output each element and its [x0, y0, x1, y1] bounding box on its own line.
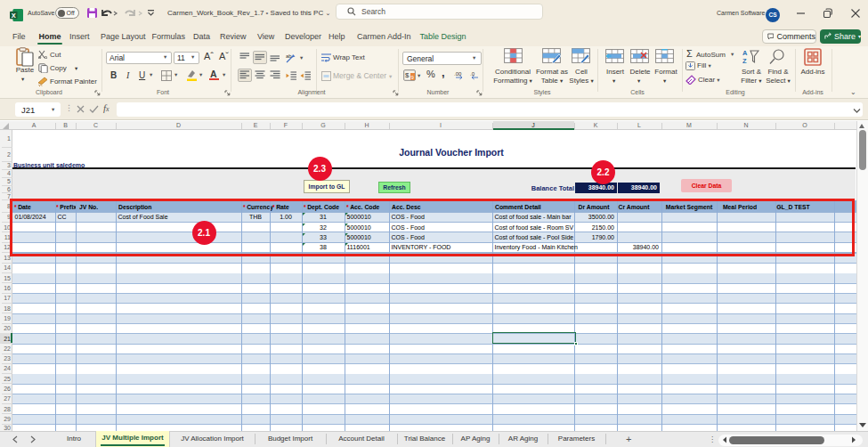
- svg-text:ab: ab: [286, 53, 292, 59]
- svg-text:Z: Z: [742, 57, 747, 64]
- svg-text:.00: .00: [454, 71, 462, 77]
- svg-text:A: A: [742, 49, 748, 57]
- svg-text:.0: .0: [470, 71, 475, 77]
- svg-text:$: $: [405, 71, 410, 79]
- svg-text:X: X: [12, 12, 16, 20]
